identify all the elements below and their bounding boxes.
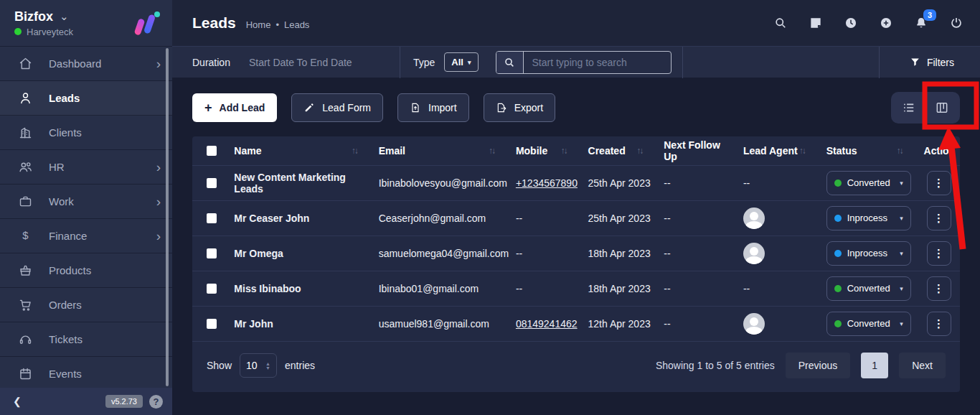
breadcrumb-home[interactable]: Home <box>246 19 271 30</box>
table-footer: Show 10 ▲▼ entries Showing 1 to 5 of 5 e… <box>192 341 960 392</box>
sidebar-item-dashboard[interactable]: Dashboard› <box>0 47 172 81</box>
row-checkbox[interactable] <box>207 248 217 258</box>
duration-filter[interactable]: Duration Start Date To End Date <box>172 57 400 68</box>
select-all-checkbox[interactable] <box>207 146 217 156</box>
import-button[interactable]: Import <box>397 93 469 122</box>
plus-circle-icon[interactable] <box>878 15 894 31</box>
sort-icon[interactable]: ↑↓ <box>561 146 567 156</box>
sidebar-item-leads[interactable]: Leads <box>0 81 172 116</box>
lead-form-button[interactable]: Lead Form <box>291 93 383 122</box>
building-icon <box>17 125 33 141</box>
sidebar-item-work[interactable]: Work› <box>0 185 172 219</box>
column-header-status[interactable]: Status↑↓ <box>821 136 918 165</box>
list-view-button[interactable] <box>897 96 920 119</box>
status-dropdown[interactable]: Inprocess▾ <box>826 241 911 266</box>
mobile-link[interactable]: 08149241462 <box>516 318 578 330</box>
filters-button[interactable]: Filters <box>880 57 980 68</box>
caret-down-icon: ▾ <box>900 179 903 187</box>
type-filter: Type All ▾ <box>400 52 496 72</box>
caret-down-icon: ▾ <box>900 250 903 257</box>
search-icon[interactable] <box>773 15 788 31</box>
next-page-button[interactable]: Next <box>899 353 946 378</box>
row-actions-button[interactable]: ⋮ <box>927 312 951 336</box>
chevron-right-icon: › <box>156 160 161 174</box>
caret-down-icon: ▾ <box>900 215 903 222</box>
lead-next-follow-up: -- <box>658 200 738 236</box>
breadcrumb-current: Leads <box>284 19 309 30</box>
previous-page-button[interactable]: Previous <box>786 353 850 378</box>
help-icon[interactable]: ? <box>149 395 163 409</box>
lead-email: usamuel981@gmail.com <box>373 306 510 341</box>
svg-text:$: $ <box>22 230 29 241</box>
leads-table: Name↑↓Email↑↓Mobile↑↓Created↑↓Next Follo… <box>192 136 960 341</box>
column-header-created[interactable]: Created↑↓ <box>583 136 659 165</box>
page-1-button[interactable]: 1 <box>861 353 888 378</box>
sort-icon[interactable]: ↑↓ <box>897 146 903 156</box>
lead-mobile: 08149241462 <box>510 306 583 341</box>
sidebar-item-events[interactable]: Events <box>0 357 172 388</box>
status-dot <box>834 179 842 187</box>
lead-agent <box>738 306 821 341</box>
sidebar-header: Bizfox ⌄ Harveyteck <box>0 0 172 46</box>
sidebar-scrollbar[interactable] <box>166 48 169 386</box>
note-icon[interactable] <box>808 15 824 31</box>
sort-icon[interactable]: ↑↓ <box>636 146 642 156</box>
page-size-select[interactable]: 10 ▲▼ <box>240 353 277 378</box>
kanban-view-button[interactable] <box>930 96 953 119</box>
row-actions-button[interactable]: ⋮ <box>927 206 951 230</box>
sort-icon[interactable]: ↑↓ <box>352 146 357 156</box>
lead-agent: -- <box>738 271 821 306</box>
header-checkbox-cell <box>192 136 228 165</box>
workspace-switcher[interactable]: Bizfox ⌄ <box>14 9 73 24</box>
main-area: Leads Home • Leads <box>172 0 980 415</box>
sort-icon[interactable]: ↑↓ <box>489 146 494 156</box>
status-dropdown[interactable]: Converted▾ <box>826 276 911 301</box>
row-actions-button[interactable]: ⋮ <box>927 171 951 195</box>
row-checkbox[interactable] <box>207 213 217 223</box>
column-header-lead-agent[interactable]: Lead Agent↑↓ <box>738 136 821 165</box>
export-button[interactable]: Export <box>484 93 555 122</box>
power-icon[interactable] <box>948 15 964 31</box>
sidebar-item-products[interactable]: Products <box>0 253 172 288</box>
column-header-mobile[interactable]: Mobile↑↓ <box>510 136 583 165</box>
column-header-name[interactable]: Name↑↓ <box>228 136 372 165</box>
caret-down-icon: ▾ <box>900 320 903 327</box>
row-actions-button[interactable]: ⋮ <box>927 276 951 301</box>
status-dropdown[interactable]: Converted▾ <box>826 171 911 195</box>
search-input[interactable] <box>524 52 671 73</box>
row-checkbox[interactable] <box>207 284 217 294</box>
status-dropdown[interactable]: Inprocess▾ <box>826 206 911 230</box>
row-checkbox[interactable] <box>207 178 217 188</box>
search-icon[interactable] <box>496 52 524 73</box>
sidebar-item-tickets[interactable]: Tickets <box>0 322 172 357</box>
lead-email: Ceaserjohn@gmail.com <box>373 200 510 236</box>
row-checkbox[interactable] <box>207 319 217 329</box>
clock-icon[interactable] <box>843 15 859 31</box>
status-dropdown[interactable]: Converted▾ <box>826 312 911 336</box>
add-lead-button[interactable]: + Add Lead <box>192 93 277 122</box>
row-actions-button[interactable]: ⋮ <box>927 241 951 266</box>
column-header-email[interactable]: Email↑↓ <box>373 136 510 165</box>
bell-icon[interactable]: 3 <box>913 15 929 31</box>
table-row: Mr Omegasamuelomega04@gmail.com--18th Ap… <box>192 236 960 271</box>
table-row: New Content Marketing LeadsIbinabolovesy… <box>192 165 960 200</box>
lead-mobile: -- <box>510 236 583 271</box>
lead-email: samuelomega04@gmail.com <box>373 236 510 271</box>
workspace-name: Harveyteck <box>27 27 73 37</box>
headset-icon <box>17 332 33 348</box>
sidebar-item-orders[interactable]: Orders <box>0 288 172 322</box>
sidebar-item-finance[interactable]: $Finance› <box>0 219 172 253</box>
topbar: Leads Home • Leads <box>172 0 980 46</box>
duration-value[interactable]: Start Date To End Date <box>249 57 352 68</box>
sidebar-item-clients[interactable]: Clients <box>0 116 172 150</box>
lead-name: Mr Ceaser John <box>228 200 372 236</box>
status-dot <box>834 250 842 257</box>
lead-next-follow-up: -- <box>658 236 738 271</box>
breadcrumb-separator: • <box>275 19 279 30</box>
collapse-sidebar-button[interactable]: ❮ <box>13 396 22 407</box>
mobile-link[interactable]: +1234567890 <box>516 177 578 189</box>
sort-icon[interactable]: ↑↓ <box>799 146 805 156</box>
type-select[interactable]: All ▾ <box>444 52 478 72</box>
sidebar-item-hr[interactable]: HR› <box>0 150 172 185</box>
lead-agent <box>738 236 821 271</box>
